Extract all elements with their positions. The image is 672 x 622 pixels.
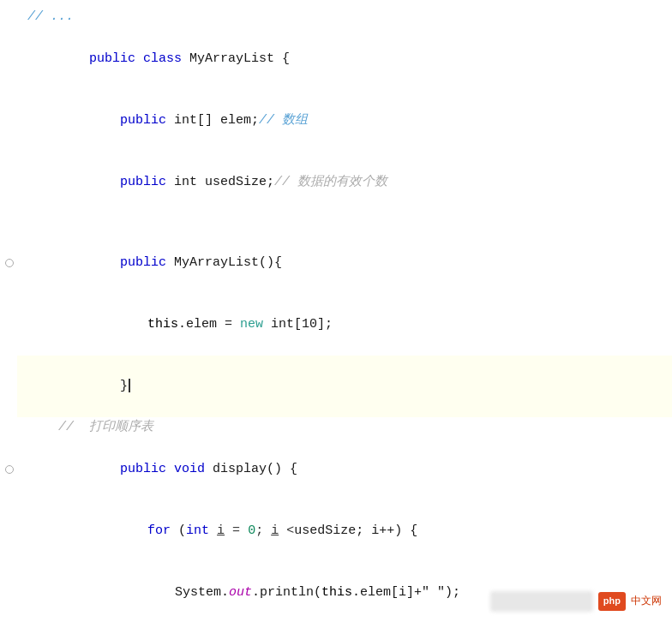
line-9: public void display() { [17,439,672,500]
code-content: public int usedSize;// 数据的有效个数 [58,152,387,213]
watermark-blur-text [490,591,593,612]
line-8: // 打印顺序表 [17,417,672,439]
line-1: public class MyArrayList { [17,28,672,90]
gutter-5 [2,232,17,294]
code-content: public class MyArrayList { [27,28,290,90]
line-10: for (int i = 0; i <usedSize; i++) { [17,500,672,562]
code-area: // ... public class MyArrayList { public… [0,0,672,622]
code-content: System.out.println(this.elem[i]+" "); [113,562,460,622]
code-content: // 打印顺序表 [58,417,153,438]
line-6: this.elem = new int[10]; [17,294,672,356]
code-content: } [58,356,130,417]
line-7: } [17,356,672,417]
line-2: public int[] elem;// 数组 [17,90,672,152]
code-content: public void display() { [58,439,297,500]
line-5: public MyArrayList(){ [17,232,672,294]
php-badge: php [598,592,626,611]
code-editor: // ... public class MyArrayList { public… [0,0,672,622]
site-text: 中文网 [631,593,662,609]
code-content: public int[] elem;// 数组 [58,90,308,152]
gutter-circle [5,259,14,267]
watermark: php 中文网 [490,591,662,612]
gutter-9 [2,439,17,500]
code-content: this.elem = new int[10]; [86,294,333,356]
line-4 [17,213,672,232]
code-content: for (int i = 0; i <usedSize; i++) { [86,500,417,562]
top-snippet: // ... [27,7,74,27]
line-3: public int usedSize;// 数据的有效个数 [17,152,672,213]
top-snippet-line: // ... [17,7,672,28]
gutter-circle [5,465,14,474]
code-content: public MyArrayList(){ [58,232,282,294]
